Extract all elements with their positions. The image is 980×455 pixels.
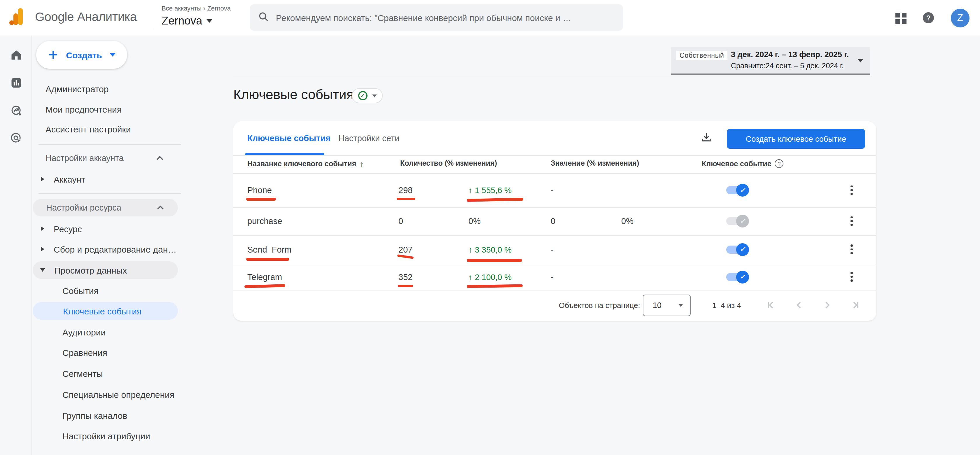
chevron-down-icon <box>206 19 212 23</box>
check-icon: ✓ <box>736 215 749 228</box>
row-menu-icon[interactable] <box>847 243 856 256</box>
sidebar-item-events[interactable]: События <box>32 282 187 299</box>
advertising-icon[interactable] <box>10 132 23 145</box>
sidebar-item-data-display[interactable]: Просмотр данных <box>33 261 178 279</box>
date-range-value: 3 дек. 2024 г. – 13 февр. 2025 г. <box>731 50 849 59</box>
key-event-count: 0 <box>398 216 403 226</box>
key-event-count: 207 <box>398 245 412 254</box>
account-switcher[interactable]: Zernova <box>162 14 212 27</box>
help-outline-icon[interactable]: ? <box>775 159 784 168</box>
key-event-toggle[interactable]: ✓ <box>726 215 748 228</box>
key-event-value: 0 <box>550 216 555 226</box>
tab-network-settings[interactable]: Настройки сети <box>338 134 399 143</box>
explore-icon[interactable] <box>10 104 23 117</box>
key-event-count: 298 <box>398 186 412 195</box>
table-row: Send_Form 207 ↑3 350,0 % - ✓ <box>233 235 876 264</box>
sidebar-item-label: Ассистент настройки <box>46 124 131 134</box>
column-header-name[interactable]: Название ключевого события ↑ <box>247 159 364 169</box>
sidebar-item-key-events[interactable]: Ключевые события <box>33 302 178 320</box>
sidebar-item-admin[interactable]: Администратор <box>32 80 187 97</box>
sidebar-section-account-settings[interactable]: Настройки аккаунта <box>32 150 177 167</box>
help-icon[interactable]: ? <box>923 12 934 23</box>
apps-grid-icon[interactable] <box>896 13 906 23</box>
previous-page-icon[interactable] <box>793 299 805 311</box>
rows-per-page-value: 10 <box>653 301 662 310</box>
header-divider <box>233 76 872 76</box>
triangle-right-icon <box>41 247 45 251</box>
next-page-icon[interactable] <box>821 299 833 311</box>
sidebar-item-account[interactable]: Аккаунт <box>32 170 187 188</box>
rows-per-page-select[interactable]: 10 <box>643 294 690 316</box>
breadcrumb-account[interactable]: Zernova <box>207 5 231 12</box>
first-page-icon[interactable] <box>765 299 777 311</box>
table-row: Telegram 352 ↑2 100,0 % - ✓ <box>233 264 876 290</box>
google-analytics-logo-icon[interactable] <box>10 8 29 25</box>
row-menu-icon[interactable] <box>847 184 856 197</box>
count-change: ↑2 100,0 % <box>468 272 512 282</box>
date-range-type: Собственный <box>676 51 728 60</box>
sidebar-item-custom-definitions[interactable]: Специальные определения <box>32 386 187 403</box>
sidebar-item-comparisons[interactable]: Сравнения <box>32 344 187 361</box>
date-range-picker[interactable]: Собственный 3 дек. 2024 г. – 13 февр. 20… <box>671 47 870 75</box>
row-menu-icon[interactable] <box>847 270 856 283</box>
breadcrumb-all-accounts[interactable]: Все аккаунты <box>162 5 202 12</box>
search-bar[interactable] <box>250 4 623 31</box>
title-status-badge[interactable]: ✓ <box>352 88 383 103</box>
key-event-toggle[interactable]: ✓ <box>726 184 748 197</box>
page-title: Ключевые события <box>233 87 354 103</box>
sidebar-divider <box>38 144 181 145</box>
key-event-name: Phone <box>247 186 272 195</box>
key-event-name: Send_Form <box>247 245 292 254</box>
home-icon[interactable] <box>10 48 23 61</box>
check-icon: ✓ <box>736 184 749 197</box>
check-icon: ✓ <box>736 270 749 283</box>
sidebar-item-label: Сравнения <box>62 347 107 357</box>
triangle-down-icon <box>40 268 45 272</box>
column-header-count[interactable]: Количество (% изменения) <box>400 159 497 167</box>
key-event-count: 352 <box>398 272 412 282</box>
sidebar-item-channel-groups[interactable]: Группы каналов <box>32 407 187 424</box>
chevron-down-icon <box>110 53 116 57</box>
section-label: Настройки ресурса <box>46 203 158 212</box>
trend-up-icon: ↑ <box>468 186 473 195</box>
create-key-event-button[interactable]: Создать ключевое событие <box>727 129 865 149</box>
column-header-key-event[interactable]: Ключевое событие ? <box>702 159 784 168</box>
topbar-right: ? Z <box>896 0 969 36</box>
download-icon[interactable] <box>700 131 715 146</box>
reports-icon[interactable] <box>10 76 23 89</box>
key-event-toggle[interactable]: ✓ <box>726 243 748 256</box>
card-divider <box>233 155 876 156</box>
row-menu-icon[interactable] <box>847 215 856 228</box>
product-name: Google Аналитика <box>35 10 137 24</box>
key-event-toggle[interactable]: ✓ <box>726 270 748 283</box>
count-change: ↑1 555,6 % <box>468 186 512 195</box>
sidebar-item-setup-assistant[interactable]: Ассистент настройки <box>32 120 187 138</box>
sidebar-item-audiences[interactable]: Аудитории <box>32 323 187 340</box>
sidebar-item-data-collection[interactable]: Сбор и редактирование дан… <box>32 240 187 258</box>
key-events-card: Ключевые события Настройки сети Создать … <box>233 121 876 321</box>
column-header-value[interactable]: Значение (% изменения) <box>550 159 639 167</box>
sidebar-section-property-settings[interactable]: Настройки ресурса <box>33 199 178 216</box>
last-page-icon[interactable] <box>850 299 861 311</box>
sidebar-item-label: Аудитории <box>62 327 106 337</box>
sidebar-item-label: Мои предпочтения <box>46 104 122 114</box>
sidebar-item-attribution-settings[interactable]: Настройки атрибуции <box>32 427 187 444</box>
sidebar-item-preferences[interactable]: Мои предпочтения <box>32 100 187 118</box>
chevron-up-icon <box>157 205 164 212</box>
sidebar-item-label: События <box>62 286 99 296</box>
sidebar-item-segments[interactable]: Сегменты <box>32 364 187 382</box>
sidebar-item-label: Специальные определения <box>62 390 174 399</box>
search-input[interactable] <box>276 13 615 22</box>
value-change: 0% <box>621 216 633 226</box>
avatar[interactable]: Z <box>951 8 969 27</box>
trend-up-icon: ↑ <box>468 245 473 254</box>
sidebar-item-label: Администратор <box>46 84 108 94</box>
sidebar-item-label: Просмотр данных <box>54 265 127 275</box>
check-icon: ✓ <box>736 243 749 256</box>
create-button[interactable]: Создать <box>36 41 127 69</box>
annotation-underline <box>246 198 276 200</box>
key-event-value: - <box>550 245 554 254</box>
breadcrumb[interactable]: Все аккаунты›Zernova <box>162 5 231 12</box>
tab-key-events[interactable]: Ключевые события <box>247 134 331 143</box>
sidebar-item-property[interactable]: Ресурс <box>32 220 187 237</box>
